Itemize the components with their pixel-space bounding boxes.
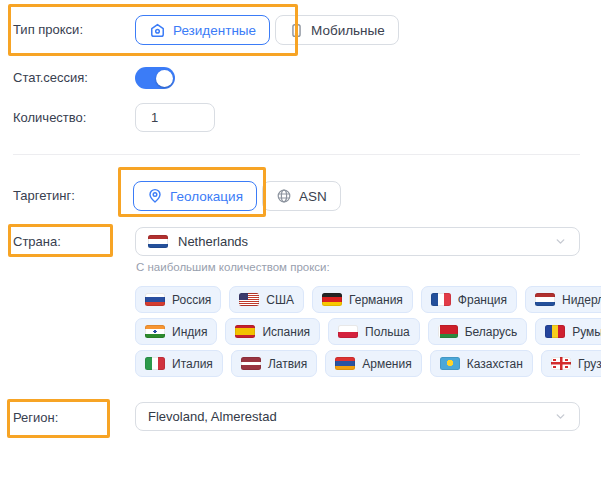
country-chip-label: США [266, 293, 294, 307]
flag-germany-icon [322, 293, 342, 306]
region-select-value: Flevoland, Almerestad [148, 409, 277, 424]
quantity-label: Количество: [13, 110, 86, 125]
flag-belarus-icon [438, 325, 458, 338]
asn-targeting-label: ASN [299, 189, 327, 204]
country-chip-label: Латвия [268, 357, 307, 371]
geolocation-targeting-label: Геолокация [170, 189, 243, 204]
globe-icon [276, 188, 292, 204]
region-select[interactable]: Flevoland, Almerestad [135, 402, 580, 431]
country-chip-label: Грузия [578, 357, 601, 371]
flag-spain-icon [235, 325, 255, 338]
flag-netherlands-icon [148, 235, 168, 248]
country-chip-label: Германия [349, 293, 403, 307]
country-chip-russia[interactable]: Россия [135, 286, 221, 313]
geolocation-targeting-button[interactable]: Геолокация [133, 181, 257, 211]
map-pin-icon [147, 188, 163, 204]
country-chip-georgia[interactable]: Грузия [541, 350, 601, 377]
popular-countries-hint: С наибольшим количеством прокси: [136, 261, 330, 273]
country-chip-label: Испания [262, 325, 310, 339]
flag-armenia-icon [335, 357, 355, 370]
quantity-input[interactable] [135, 103, 215, 132]
chip-row: Россия США Германия Франция Нидерланды [135, 286, 601, 313]
region-label: Регион: [13, 410, 58, 425]
country-chip-france[interactable]: Франция [421, 286, 517, 313]
country-chip-label: Румыния [572, 325, 601, 339]
country-label: Страна: [13, 234, 61, 249]
country-chip-label: Нидерланды [562, 293, 601, 307]
country-chip-label: Казахстан [467, 357, 523, 371]
flag-poland-icon [338, 325, 358, 338]
chip-row: Италия Латвия Армения Казахстан Грузия [135, 350, 601, 377]
proxy-settings-panel: Тип прокси: Резидентные Мобильные Стат.с… [0, 0, 601, 487]
flag-usa-icon [239, 293, 259, 306]
flag-russia-icon [145, 293, 165, 306]
home-icon [149, 22, 166, 39]
country-chip-label: Россия [172, 293, 211, 307]
flag-georgia-icon [551, 357, 571, 370]
proxy-type-label: Тип прокси: [13, 22, 83, 37]
chip-row: Индия Испания Польша Беларусь Румыния [135, 318, 601, 345]
static-session-toggle[interactable] [135, 67, 175, 89]
targeting-label: Таргетинг: [13, 188, 75, 203]
country-chip-italy[interactable]: Италия [135, 350, 223, 377]
country-chip-label: Италия [172, 357, 213, 371]
chevron-down-icon [554, 410, 567, 423]
flag-latvia-icon [241, 357, 261, 370]
smartphone-icon [289, 23, 304, 38]
mobile-proxy-button[interactable]: Мобильные [275, 15, 399, 45]
country-chip-label: Франция [458, 293, 507, 307]
country-chip-kazakhstan[interactable]: Казахстан [430, 350, 533, 377]
country-chip-label: Польша [365, 325, 410, 339]
country-chip-usa[interactable]: США [229, 286, 304, 313]
country-chip-india[interactable]: Индия [135, 318, 217, 345]
asn-targeting-button[interactable]: ASN [262, 181, 341, 211]
country-chip-romania[interactable]: Румыния [535, 318, 601, 345]
country-chip-latvia[interactable]: Латвия [231, 350, 317, 377]
flag-france-icon [431, 293, 451, 306]
country-chip-armenia[interactable]: Армения [325, 350, 421, 377]
country-chip-label: Армения [362, 357, 411, 371]
country-chip-poland[interactable]: Польша [328, 318, 420, 345]
country-chip-belarus[interactable]: Беларусь [428, 318, 527, 345]
section-divider [13, 154, 580, 155]
country-select-value: Netherlands [178, 234, 248, 249]
chevron-down-icon [554, 235, 567, 248]
country-chip-label: Беларусь [465, 325, 517, 339]
residential-proxy-label: Резидентные [173, 23, 256, 38]
country-chip-label: Индия [172, 325, 207, 339]
flag-india-icon [145, 325, 165, 338]
flag-italy-icon [145, 357, 165, 370]
mobile-proxy-label: Мобильные [311, 23, 385, 38]
residential-proxy-button[interactable]: Резидентные [135, 15, 270, 45]
static-session-label: Стат.сессия: [13, 70, 88, 85]
country-select[interactable]: Netherlands [135, 227, 580, 256]
flag-netherlands-icon [535, 293, 555, 306]
country-chip-germany[interactable]: Германия [312, 286, 413, 313]
popular-countries-chips: Россия США Германия Франция Нидерланды [135, 286, 601, 377]
country-chip-spain[interactable]: Испания [225, 318, 320, 345]
flag-kazakhstan-icon [440, 357, 460, 370]
country-chip-netherlands[interactable]: Нидерланды [525, 286, 601, 313]
flag-romania-icon [545, 325, 565, 338]
